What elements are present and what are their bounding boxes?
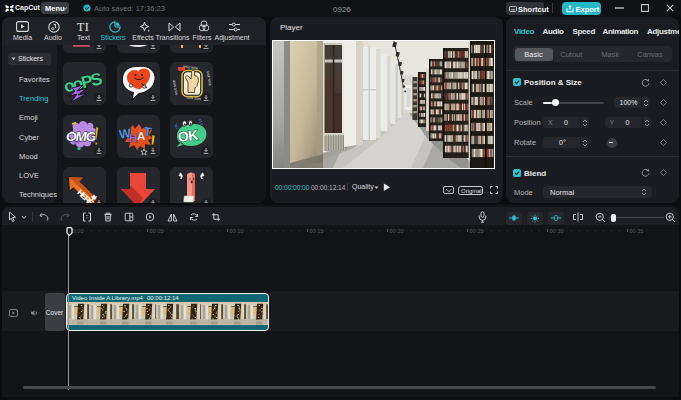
svg-text:OMG: OMG <box>66 129 97 144</box>
svg-text:NICE NICE: NICE NICE <box>183 65 199 71</box>
svg-text:NICE NICE: NICE NICE <box>172 80 179 96</box>
svg-text:OK: OK <box>177 126 199 144</box>
svg-text:NICE NICE: NICE NICE <box>206 71 213 87</box>
